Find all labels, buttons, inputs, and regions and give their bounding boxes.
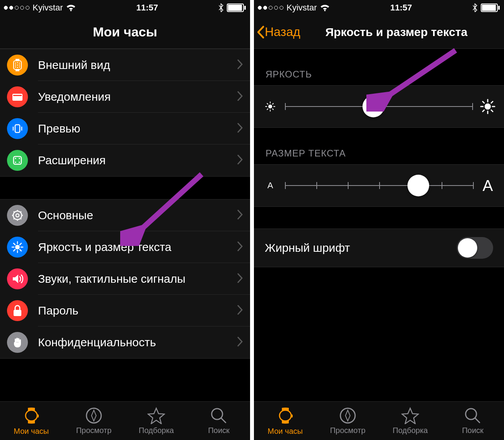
svg-point-7 bbox=[17, 62, 18, 64]
row-privacy[interactable]: Конфиденциальность bbox=[0, 327, 250, 358]
textsize-large-icon: A bbox=[480, 177, 495, 194]
chevron-right-icon bbox=[237, 305, 243, 316]
bluetooth-icon bbox=[472, 3, 478, 12]
svg-line-40 bbox=[14, 249, 15, 251]
svg-line-39 bbox=[20, 249, 21, 251]
bold-label: Жирный шрифт bbox=[265, 241, 457, 254]
row-passcode[interactable]: Пароль bbox=[0, 295, 250, 327]
brightness-high-icon bbox=[480, 99, 495, 114]
chevron-right-icon bbox=[237, 155, 243, 166]
tab-label: Просмотр bbox=[76, 426, 111, 435]
row-label: Уведомления bbox=[38, 90, 237, 103]
svg-point-11 bbox=[19, 65, 20, 66]
textsize-small-icon: A bbox=[262, 180, 278, 191]
row-general[interactable]: Основные bbox=[0, 199, 250, 231]
svg-point-20 bbox=[19, 158, 20, 159]
section-label-textsize: РАЗМЕР ТЕКСТА bbox=[254, 128, 504, 164]
preview-icon bbox=[7, 118, 28, 139]
brightness-icon bbox=[7, 237, 28, 258]
chevron-right-icon bbox=[237, 273, 243, 285]
svg-point-6 bbox=[15, 63, 16, 64]
row-label: Расширения bbox=[38, 154, 237, 167]
phone-right: Kyivstar 11:57 Назад Яркость и размер те… bbox=[254, 0, 504, 440]
svg-point-21 bbox=[15, 162, 16, 163]
chevron-left-icon bbox=[256, 25, 265, 39]
svg-line-47 bbox=[221, 418, 226, 423]
svg-line-58 bbox=[273, 109, 273, 110]
page-title: Яркость и размер текста bbox=[325, 26, 468, 39]
chevron-right-icon bbox=[237, 241, 243, 253]
search-icon bbox=[210, 407, 227, 424]
svg-point-33 bbox=[15, 245, 20, 249]
row-preview[interactable]: Превью bbox=[0, 113, 250, 144]
bold-switch[interactable] bbox=[457, 237, 493, 259]
bluetooth-icon bbox=[218, 3, 224, 12]
row-appearance[interactable]: Внешний вид bbox=[0, 49, 250, 81]
carrier-label: Kyivstar bbox=[33, 3, 63, 13]
status-bar: Kyivstar 11:57 bbox=[0, 0, 250, 15]
slider-thumb[interactable] bbox=[362, 96, 384, 117]
tab-browse[interactable]: Просмотр bbox=[62, 402, 125, 440]
wifi-icon bbox=[320, 4, 330, 12]
row-label: Основные bbox=[38, 209, 237, 222]
nav-bar: Назад Яркость и размер текста bbox=[254, 15, 504, 49]
slider-thumb[interactable] bbox=[407, 175, 429, 196]
row-notifications[interactable]: Уведомления bbox=[0, 81, 250, 113]
tab-my-watch[interactable]: Мои часы bbox=[254, 402, 316, 440]
tab-label: Мои часы bbox=[14, 427, 49, 436]
svg-line-60 bbox=[273, 103, 273, 104]
switch-knob bbox=[458, 238, 477, 258]
svg-point-61 bbox=[485, 103, 491, 110]
tab-search[interactable]: Поиск bbox=[188, 402, 250, 440]
carrier-label: Kyivstar bbox=[287, 3, 317, 13]
svg-point-14 bbox=[19, 67, 20, 68]
settings-list[interactable]: Внешний вид Уведомления Превью bbox=[0, 49, 250, 401]
svg-point-10 bbox=[17, 65, 18, 66]
svg-line-66 bbox=[483, 101, 484, 103]
compass-icon bbox=[339, 407, 356, 424]
svg-point-8 bbox=[19, 63, 20, 64]
detail-content[interactable]: ЯРКОСТЬ РАЗМЕР ТЕКСТА A A Жирный bbox=[254, 49, 504, 401]
settings-group-1: Внешний вид Уведомления Превью bbox=[0, 49, 250, 177]
textsize-slider[interactable] bbox=[285, 185, 473, 186]
tab-my-watch[interactable]: Мои часы bbox=[0, 402, 62, 440]
back-button[interactable]: Назад bbox=[256, 25, 300, 39]
watch-tab-icon bbox=[23, 406, 40, 425]
tab-browse[interactable]: Просмотр bbox=[316, 402, 379, 440]
battery-icon bbox=[481, 3, 500, 12]
brightness-slider-row bbox=[254, 85, 504, 128]
svg-point-9 bbox=[15, 65, 16, 66]
svg-line-41 bbox=[20, 243, 21, 245]
row-label: Пароль bbox=[38, 304, 237, 317]
svg-rect-50 bbox=[482, 5, 496, 11]
chevron-right-icon bbox=[237, 210, 243, 221]
svg-line-69 bbox=[491, 101, 493, 103]
svg-point-73 bbox=[466, 409, 476, 419]
tab-label: Подборка bbox=[393, 426, 428, 435]
row-sounds[interactable]: Звуки, тактильные сигналы bbox=[0, 263, 250, 295]
tab-search[interactable]: Поиск bbox=[442, 402, 504, 440]
svg-point-19 bbox=[15, 158, 16, 159]
brightness-slider[interactable] bbox=[285, 106, 473, 107]
tab-featured[interactable]: Подборка bbox=[125, 402, 188, 440]
row-label: Звуки, тактильные сигналы bbox=[38, 272, 237, 285]
gear-icon bbox=[7, 205, 28, 226]
tab-label: Поиск bbox=[462, 426, 483, 435]
row-brightness-text[interactable]: Яркость и размер текста bbox=[0, 231, 250, 263]
tab-featured[interactable]: Подборка bbox=[379, 402, 442, 440]
svg-rect-44 bbox=[37, 414, 39, 418]
svg-point-13 bbox=[17, 67, 18, 68]
row-complications[interactable]: Расширения bbox=[0, 144, 250, 176]
tab-label: Просмотр bbox=[330, 426, 365, 435]
status-time: 11:57 bbox=[390, 3, 412, 13]
section-label-brightness: ЯРКОСТЬ bbox=[254, 49, 504, 85]
chevron-right-icon bbox=[237, 123, 243, 134]
svg-rect-71 bbox=[291, 414, 293, 418]
bold-text-row: Жирный шрифт bbox=[254, 229, 504, 267]
svg-rect-5 bbox=[16, 70, 19, 71]
complications-icon bbox=[7, 150, 28, 171]
svg-line-57 bbox=[267, 103, 268, 104]
svg-rect-1 bbox=[228, 5, 242, 11]
tab-bar: Мои часы Просмотр Подборка Поиск bbox=[0, 401, 250, 440]
tab-label: Поиск bbox=[208, 426, 230, 435]
